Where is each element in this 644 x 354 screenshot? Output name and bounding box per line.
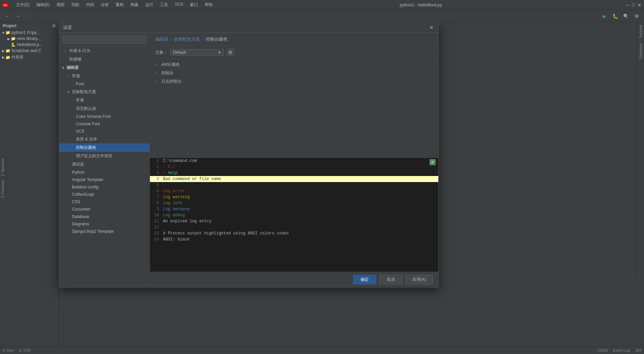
color-tree-log-console[interactable]: › 日志控制台 bbox=[150, 77, 438, 86]
breadcrumb-editor[interactable]: 编辑器 bbox=[155, 36, 168, 42]
project-settings-icon[interactable]: ⚙ bbox=[52, 24, 56, 28]
line-content-9: Log verbose bbox=[162, 206, 438, 212]
nav-item-diff[interactable]: 差异 & 合并 bbox=[59, 135, 150, 143]
csdn-label: CSDN bbox=[597, 348, 608, 352]
tree-item-scratches[interactable]: ▶ 📁 Scratches and C bbox=[0, 48, 58, 54]
apply-button[interactable]: 应用(A) bbox=[405, 275, 433, 284]
nav-item-consolefont[interactable]: Console Font bbox=[59, 120, 150, 128]
color-tree-ansi[interactable]: › ANSI 颜色 bbox=[150, 60, 438, 69]
minimize-button[interactable]: ─ bbox=[626, 2, 630, 8]
menu-help[interactable]: 帮助 bbox=[202, 1, 215, 8]
code-line-4: 4 Bad command or file name bbox=[150, 176, 438, 182]
breadcrumb-colorscheme[interactable]: 切换配色方案 bbox=[174, 36, 200, 42]
code-line-6: 6 Log error bbox=[150, 188, 438, 194]
preview-code: 1 C:\command.com 2 - C:> 3 - h bbox=[150, 158, 438, 242]
settings-search-input[interactable] bbox=[62, 36, 147, 44]
menu-file[interactable]: 文件(E) bbox=[13, 1, 32, 8]
menu-analyze[interactable]: 分析 bbox=[98, 1, 112, 8]
color-tree-console[interactable]: › 控制台 bbox=[150, 69, 438, 77]
nav-item-django[interactable]: Django/Jinja2 Template bbox=[59, 228, 150, 235]
line-content-7: Log warning bbox=[162, 194, 438, 200]
event-log-label[interactable]: Event Log bbox=[613, 348, 630, 352]
favorites-tab[interactable]: Z: Favorites bbox=[0, 178, 5, 200]
nav-item-shortcuts[interactable]: 快捷键 bbox=[59, 55, 150, 63]
nav-item-console-color[interactable]: 控制台颜色 bbox=[59, 143, 150, 152]
dialog-close-button[interactable]: ✕ bbox=[429, 25, 434, 30]
nav-item-python[interactable]: Python bbox=[59, 169, 150, 176]
menu-refactor[interactable]: 重构 bbox=[113, 1, 126, 8]
nav-label-python: Python bbox=[72, 170, 84, 175]
tree-item-python1[interactable]: ▼ 📁 python1 D:\py... bbox=[0, 30, 58, 36]
close-window-button[interactable]: ✕ bbox=[637, 2, 641, 8]
nav-item-userfile[interactable]: 用户定义的文件类型 bbox=[59, 152, 150, 160]
nav-label-shortcuts: 快捷键 bbox=[69, 56, 81, 62]
venv-icon: 📁 bbox=[11, 36, 16, 41]
menu-code[interactable]: 代码 bbox=[83, 1, 97, 8]
nav-item-cucumber[interactable]: Cucumber bbox=[59, 206, 150, 213]
nav-label-colorscheme: 切换配色方案 bbox=[72, 89, 96, 95]
nav-item-editor[interactable]: ∨ 编辑器 bbox=[59, 63, 150, 72]
tree-item-extlibs[interactable]: ▶ 📁 外部库 bbox=[0, 54, 58, 61]
line-content-3: - help bbox=[162, 170, 438, 176]
status-bar: 4: Run 6: TOD CSDN Event Log 194 bbox=[0, 346, 644, 354]
toolbar-run[interactable]: ▶ bbox=[600, 11, 609, 21]
ansi-expand-icon: › bbox=[155, 63, 159, 67]
todo-tab[interactable]: 6: TOD bbox=[19, 348, 31, 352]
structure-tab[interactable]: Z: Structure bbox=[0, 157, 5, 178]
breadcrumb-sep1: › bbox=[170, 37, 172, 42]
nav-item-css[interactable]: CSS bbox=[59, 198, 150, 206]
svg-text:PC: PC bbox=[3, 4, 8, 7]
nav-item-langdefault[interactable]: 语言默认值 bbox=[59, 104, 150, 113]
nav-item-coffeescript[interactable]: CoffeeScript bbox=[59, 191, 150, 198]
ok-button[interactable]: 确定 bbox=[353, 275, 376, 284]
tree-item-helloword[interactable]: 🐍 HelloWord.p... bbox=[0, 42, 58, 48]
venv-label: venv library... bbox=[17, 36, 57, 41]
nav-item-font[interactable]: Font bbox=[59, 80, 150, 88]
database-tab[interactable]: Database bbox=[637, 41, 644, 62]
extlibs-label: 外部库 bbox=[11, 54, 57, 60]
nav-item-database[interactable]: Database bbox=[59, 213, 150, 220]
nav-item-csf[interactable]: Color Scheme Font bbox=[59, 113, 150, 120]
nav-label-consolefont: Console Font bbox=[76, 122, 100, 126]
nav-item-general[interactable]: › 常规 bbox=[59, 72, 150, 80]
nav-item-debugger[interactable]: 调试器 bbox=[59, 160, 150, 169]
nav-item-appearance[interactable]: › 外观 & 行为 bbox=[59, 47, 150, 55]
nav-item-general2[interactable]: 常规 bbox=[59, 96, 150, 104]
tree-item-venv[interactable]: ▶ 📁 venv library... bbox=[0, 36, 58, 42]
menu-navigate[interactable]: 导航 bbox=[69, 1, 82, 8]
toolbar-forward[interactable]: → bbox=[13, 11, 23, 21]
menu-tools[interactable]: 工具 bbox=[157, 1, 171, 8]
nav-item-vcs[interactable]: VCS bbox=[59, 128, 150, 135]
menu-view[interactable]: 视图 bbox=[54, 1, 67, 8]
cancel-button[interactable]: 取消 bbox=[379, 275, 403, 284]
line-num-13: 13 bbox=[150, 230, 162, 236]
nav-label-csf: Color Scheme Font bbox=[76, 114, 111, 119]
line-num-1: 1 bbox=[150, 158, 162, 164]
code-line-12: 12 bbox=[150, 224, 438, 230]
maximize-button[interactable]: ☐ bbox=[632, 3, 635, 7]
nav-label-database: Database bbox=[72, 214, 89, 219]
scheme-select[interactable]: Default bbox=[170, 49, 224, 56]
line-content-13: # Process output highlighted using ANSI … bbox=[162, 230, 438, 236]
menu-window[interactable]: 窗口 bbox=[187, 1, 201, 8]
menu-build[interactable]: 构建 bbox=[128, 1, 141, 8]
run-tab[interactable]: 4: Run bbox=[3, 348, 13, 352]
toolbar-settings[interactable]: ⚙ bbox=[632, 11, 641, 21]
toolbar-sep1 bbox=[26, 13, 26, 19]
toolbar-back[interactable]: ← bbox=[3, 11, 12, 21]
toolbar-search[interactable]: 🔍 bbox=[621, 11, 631, 21]
python1-label: python1 D:\py... bbox=[11, 30, 57, 35]
toolbar-debug[interactable]: 🐛 bbox=[610, 11, 620, 21]
nav-item-colorscheme[interactable]: ∨ 切换配色方案 bbox=[59, 88, 150, 96]
preview-close-button[interactable]: ✓ bbox=[430, 159, 436, 165]
menu-vcs[interactable]: VCS bbox=[172, 1, 186, 8]
nav-item-buildout[interactable]: Buildout config bbox=[59, 183, 150, 191]
line-content-11: An expired log entry bbox=[162, 218, 438, 224]
nav-item-angular[interactable]: Angular Template bbox=[59, 176, 150, 183]
nav-item-diagrams[interactable]: Diagrams bbox=[59, 220, 150, 228]
menu-edit[interactable]: 编辑(E) bbox=[34, 1, 52, 8]
line-num-8: 8 bbox=[150, 200, 162, 206]
scheme-gear-button[interactable]: ⚙ bbox=[227, 49, 234, 56]
sciview-tab[interactable]: SciView bbox=[637, 22, 644, 41]
menu-run[interactable]: 运行 bbox=[143, 1, 156, 8]
